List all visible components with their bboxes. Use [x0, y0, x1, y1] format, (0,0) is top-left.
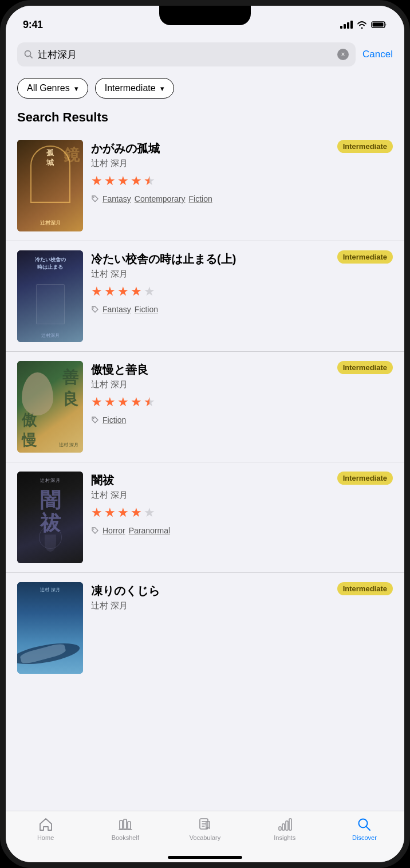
book-rating: ★ ★ ★ ★ ★ — [91, 505, 393, 520]
tag-icon — [91, 527, 99, 535]
svg-point-4 — [93, 308, 94, 309]
svg-rect-7 — [120, 820, 123, 829]
star-3: ★ — [117, 174, 129, 188]
search-input-wrapper[interactable]: 辻村深月 × — [17, 42, 356, 66]
level-badge: Intermediate — [337, 250, 393, 264]
star-3: ★ — [117, 505, 129, 520]
book-cover: 辻村 深月 — [17, 582, 83, 674]
book-info: Intermediate かがみの孤城 辻村 深月 ★ ★ ★ ★ ★ Fant… — [91, 140, 393, 231]
star-5: ★ — [144, 505, 155, 520]
book-cover: 冷たい校舎の時は止まる 辻村深月 — [17, 250, 83, 342]
table-row[interactable]: 善良 傲慢 辻村 深月 Intermediate 傲慢と善良 辻村 深月 ★ ★… — [6, 352, 404, 462]
star-3: ★ — [117, 395, 129, 410]
book-rating: ★ ★ ★ ★ ★ — [91, 395, 393, 410]
tag-fiction[interactable]: Fiction — [135, 305, 158, 314]
status-icons — [340, 21, 387, 29]
tag-fantasy[interactable]: Fantasy — [102, 305, 131, 314]
book-tags: Fantasy Contemporary Fiction — [91, 194, 393, 203]
nav-discover[interactable]: Discover — [325, 817, 404, 841]
book-title: 冷たい校舎の時は止まる(上) — [91, 252, 336, 266]
nav-bookshelf-label: Bookshelf — [112, 834, 139, 841]
nav-bookshelf[interactable]: Bookshelf — [85, 817, 165, 841]
star-2: ★ — [104, 284, 116, 299]
home-indicator — [168, 856, 242, 859]
tag-paranormal[interactable]: Paranormal — [129, 526, 170, 535]
book-info: Intermediate 冷たい校舎の時は止まる(上) 辻村 深月 ★ ★ ★ … — [91, 250, 393, 342]
svg-point-6 — [93, 529, 94, 530]
table-row[interactable]: 辻村深月 闇祓 Intermediate 闇祓 辻村 深月 ★ — [6, 462, 404, 573]
book-author: 辻村 深月 — [91, 379, 393, 390]
book-cover: 辻村深月 孤城 鏡 — [17, 140, 83, 231]
battery-icon — [371, 21, 387, 29]
tag-icon — [91, 195, 99, 203]
nav-insights[interactable]: Insights — [245, 817, 325, 841]
wifi-icon — [357, 21, 367, 29]
star-3: ★ — [117, 284, 129, 299]
discover-icon — [357, 817, 372, 832]
tag-icon — [91, 305, 99, 313]
star-1: ★ — [91, 395, 102, 410]
table-row[interactable]: 辻村 深月 Intermediate 凍りのくじら 辻村 深月 — [6, 573, 404, 683]
book-author: 辻村 深月 — [91, 269, 393, 280]
tag-contemporary[interactable]: Contemporary — [135, 194, 186, 203]
clear-button[interactable]: × — [337, 49, 349, 60]
star-1: ★ — [91, 174, 102, 188]
phone-frame: 9:41 — [0, 0, 410, 868]
level-badge: Intermediate — [337, 582, 393, 595]
svg-point-5 — [93, 418, 94, 419]
signal-icon — [340, 21, 353, 29]
bottom-nav: Home Bookshelf Vocabulary — [6, 811, 404, 862]
table-row[interactable]: 辻村深月 孤城 鏡 Intermediate かがみの孤城 辻村 深月 ★ ★ … — [6, 131, 404, 241]
book-rating: ★ ★ ★ ★ ★ — [91, 284, 393, 299]
level-badge: Intermediate — [337, 472, 393, 485]
tag-fiction[interactable]: Fiction — [102, 415, 126, 425]
home-icon — [38, 817, 53, 832]
book-author: 辻村 深月 — [91, 600, 393, 611]
star-1: ★ — [91, 284, 102, 299]
svg-point-16 — [359, 819, 368, 828]
bookshelf-icon — [118, 817, 133, 832]
tag-horror[interactable]: Horror — [102, 526, 125, 535]
nav-discover-label: Discover — [352, 834, 377, 841]
svg-point-3 — [93, 197, 94, 198]
nav-vocabulary[interactable]: Vocabulary — [165, 817, 245, 841]
table-row[interactable]: 冷たい校舎の時は止まる 辻村深月 Intermediate 冷たい校舎の時は止ま… — [6, 241, 404, 352]
level-filter-label: Intermediate — [105, 83, 156, 93]
search-icon — [24, 50, 33, 59]
level-badge: Intermediate — [337, 140, 393, 153]
star-2: ★ — [104, 174, 116, 188]
star-4: ★ — [131, 174, 142, 188]
cancel-button[interactable]: Cancel — [362, 49, 393, 60]
star-2: ★ — [104, 505, 116, 520]
star-4: ★ — [131, 505, 142, 520]
svg-rect-9 — [128, 822, 131, 829]
star-4: ★ — [131, 395, 142, 410]
vocabulary-icon — [198, 817, 212, 832]
book-cover: 善良 傲慢 辻村 深月 — [17, 361, 83, 453]
book-title: 傲慢と善良 — [91, 362, 336, 377]
book-title: 闇祓 — [91, 473, 336, 488]
nav-insights-label: Insights — [274, 834, 295, 841]
book-tags: Fantasy Fiction — [91, 305, 393, 314]
level-filter[interactable]: Intermediate ▾ — [95, 78, 174, 99]
star-5: ★ — [144, 395, 155, 410]
book-cover: 辻村深月 闇祓 — [17, 472, 83, 563]
star-2: ★ — [104, 395, 116, 410]
book-info: Intermediate 闇祓 辻村 深月 ★ ★ ★ ★ ★ Horror — [91, 472, 393, 563]
section-title: Search Results — [6, 105, 404, 131]
search-bar-area: 辻村深月 × Cancel — [6, 37, 404, 73]
genre-filter[interactable]: All Genres ▾ — [17, 78, 88, 99]
filters-area: All Genres ▾ Intermediate ▾ — [6, 73, 404, 105]
book-title: かがみの孤城 — [91, 141, 336, 156]
tag-fiction[interactable]: Fiction — [189, 194, 212, 203]
book-info: Intermediate 凍りのくじら 辻村 深月 — [91, 582, 393, 674]
search-query[interactable]: 辻村深月 — [38, 48, 333, 61]
tag-fantasy[interactable]: Fantasy — [102, 194, 131, 203]
nav-home-label: Home — [37, 834, 54, 841]
svg-rect-14 — [286, 821, 288, 830]
book-tags: Fiction — [91, 415, 393, 425]
nav-home[interactable]: Home — [6, 817, 85, 841]
results-list: 辻村深月 孤城 鏡 Intermediate かがみの孤城 辻村 深月 ★ ★ … — [6, 131, 404, 823]
book-rating: ★ ★ ★ ★ ★ — [91, 174, 393, 188]
level-chevron-icon: ▾ — [160, 84, 164, 93]
